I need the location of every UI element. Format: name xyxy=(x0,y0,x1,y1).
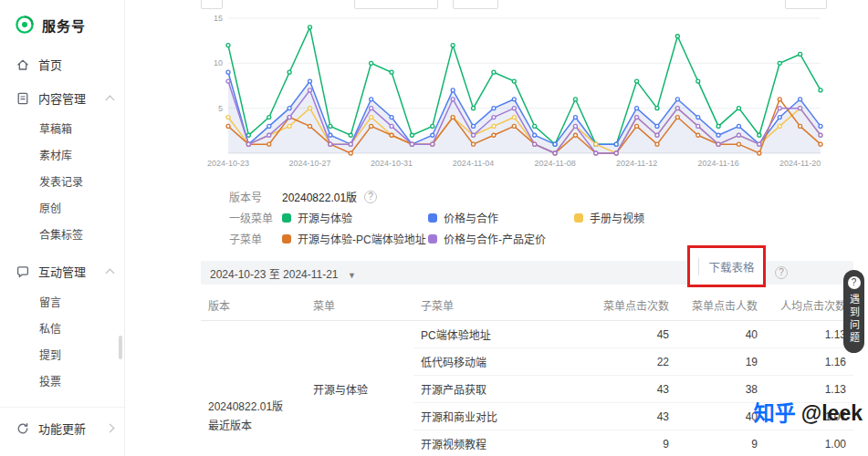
menu-cell: 开源与体验 xyxy=(306,321,413,456)
legend-rows: 一级菜单开源与体验价格与合作手册与视频子菜单开源与体验-PC端体验地址价格与合作… xyxy=(229,207,853,249)
legend-item[interactable]: 手册与视频 xyxy=(574,210,720,225)
legend-item-label: 手册与视频 xyxy=(590,210,644,225)
submenu-cell: 开源产品获取 xyxy=(413,376,587,403)
svg-text:2024-11-20: 2024-11-20 xyxy=(779,159,821,168)
sidebar-subitem-messages[interactable]: 私信 xyxy=(0,315,124,341)
svg-text:2024-11-08: 2024-11-08 xyxy=(534,159,575,168)
legend-swatch-icon xyxy=(428,234,437,244)
sidebar-sublist-interaction: 留言 私信 提到 投票 xyxy=(0,288,124,394)
svg-text:10: 10 xyxy=(214,58,223,67)
sidebar-subitem-drafts[interactable]: 草稿箱 xyxy=(0,115,124,141)
sidebar-item-notification-center[interactable]: 通知中心 xyxy=(0,445,124,456)
svg-text:5: 5 xyxy=(218,104,223,113)
sidebar-item-home[interactable]: 首页 xyxy=(0,47,124,81)
legend-swatch-icon xyxy=(574,213,583,223)
sidebar-subitem-comments[interactable]: 留言 xyxy=(0,288,124,315)
value-cell: 43 xyxy=(587,403,676,430)
value-cell: 19 xyxy=(676,348,765,376)
sidebar: 服务号 首页 内容管理 草稿箱 素材库 发表记录 原创 合集标签 互动管理 留言… xyxy=(0,0,125,456)
legend-item[interactable]: 价格与合作 xyxy=(428,210,574,225)
submenu-cell: PC端体验地址 xyxy=(413,321,587,348)
toolbar-cutoff xyxy=(201,0,853,11)
sidebar-subitem-votes[interactable]: 投票 xyxy=(0,368,124,394)
value-cell: 43 xyxy=(587,376,676,403)
chevron-up-icon xyxy=(106,268,115,277)
help-icon[interactable]: ? xyxy=(775,266,788,279)
legend-item[interactable]: 开源与体验-PC端体验地址 xyxy=(282,231,428,246)
download-table-button[interactable]: 下载表格 xyxy=(698,258,754,275)
legend-swatch-icon xyxy=(282,234,291,244)
legend-item-label: 开源与体验-PC端体验地址 xyxy=(298,231,426,246)
sidebar-scrollbar-thumb[interactable] xyxy=(119,336,122,359)
service-account-logo-icon xyxy=(15,15,35,35)
value-cell: 1.16 xyxy=(765,348,853,376)
sidebar-group-label: 互动管理 xyxy=(38,263,86,280)
legend-item[interactable]: 价格与合作-产品定价 xyxy=(428,231,574,246)
date-range-value: 2024-10-23 至 2024-11-21 xyxy=(210,268,339,281)
version-label: 版本号 xyxy=(229,189,282,204)
sidebar-item-feature-updates[interactable]: 功能更新 xyxy=(0,411,124,445)
feedback-widget[interactable]: ? 遇到问题 xyxy=(843,270,864,353)
legend-item[interactable]: 开源与体验 xyxy=(282,210,428,225)
submenu-cell: 开源和商业对比 xyxy=(413,403,587,430)
legend-swatch-icon xyxy=(282,213,291,223)
sidebar-subitem-collection-tags[interactable]: 合集标签 xyxy=(0,221,124,247)
home-icon xyxy=(16,57,30,72)
sidebar-subitem-materials[interactable]: 素材库 xyxy=(0,141,124,168)
sidebar-subitem-original[interactable]: 原创 xyxy=(0,194,124,221)
sidebar-group-interaction[interactable]: 互动管理 xyxy=(0,254,124,288)
version-row: 版本号 20240822.01版 ? xyxy=(229,186,853,207)
toolbar-cut-control[interactable] xyxy=(201,0,223,9)
report-table-head-row: 版本菜单子菜单菜单点击次数菜单点击人数人均点击次数 xyxy=(201,290,853,321)
svg-text:15: 15 xyxy=(214,14,223,23)
feedback-label: 遇到问题 xyxy=(847,294,862,345)
caret-down-icon: ▼ xyxy=(348,271,356,280)
chart-meta: 版本号 20240822.01版 ? 一级菜单开源与体验价格与合作手册与视频子菜… xyxy=(201,186,853,249)
sidebar-item-label: 功能更新 xyxy=(38,420,86,437)
watermark: 知乎 @leek xyxy=(754,396,863,427)
sidebar-group-content[interactable]: 内容管理 xyxy=(0,81,124,115)
value-cell: 1.13 xyxy=(765,321,853,348)
red-highlight-annotation: 下载表格 xyxy=(687,245,766,287)
sidebar-group-label: 内容管理 xyxy=(38,89,86,107)
sidebar-subitem-mentions[interactable]: 提到 xyxy=(0,341,124,368)
legend-group-label: 一级菜单 xyxy=(229,210,282,225)
report-table-body: 20240822.01版最近版本开源与体验PC端体验地址45401.13低代码移… xyxy=(201,321,853,456)
svg-text:2024-10-31: 2024-10-31 xyxy=(371,159,413,168)
brand-name: 服务号 xyxy=(42,16,86,35)
svg-text:2024-11-16: 2024-11-16 xyxy=(697,159,738,168)
help-icon[interactable]: ? xyxy=(364,191,377,203)
svg-text:2024-10-23: 2024-10-23 xyxy=(207,159,249,168)
refresh-icon xyxy=(16,421,30,436)
toolbar-cut-control[interactable] xyxy=(354,0,438,9)
toolbar-cut-control[interactable] xyxy=(785,0,827,9)
sidebar-item-label: 首页 xyxy=(38,56,62,73)
document-icon xyxy=(16,91,30,106)
toolbar-cut-control[interactable] xyxy=(453,0,498,9)
chevron-right-icon xyxy=(106,424,115,433)
filter-row: 2024-10-23 至 2024-11-21 ▼ 下载表格 ? xyxy=(201,261,853,285)
svg-text:2024-10-27: 2024-10-27 xyxy=(288,159,330,168)
column-header: 版本 xyxy=(201,290,306,321)
value-cell: 40 xyxy=(676,403,765,430)
column-header: 子菜单 xyxy=(413,290,587,321)
value-cell: 9 xyxy=(587,430,676,456)
svg-text:2024-11-04: 2024-11-04 xyxy=(453,159,494,168)
question-icon: ? xyxy=(848,276,861,289)
trend-chart: 510152024-10-232024-10-272024-10-312024-… xyxy=(201,11,826,171)
value-cell: 9 xyxy=(676,430,765,456)
sidebar-sublist-content: 草稿箱 素材库 发表记录 原创 合集标签 xyxy=(0,115,124,247)
version-note: 最近版本 xyxy=(208,417,298,435)
legend-row: 一级菜单开源与体验价格与合作手册与视频 xyxy=(229,207,853,228)
brand[interactable]: 服务号 xyxy=(0,11,124,47)
sidebar-subitem-publish-history[interactable]: 发表记录 xyxy=(0,168,124,194)
legend-item-label: 开源与体验 xyxy=(298,210,352,225)
value-cell: 38 xyxy=(676,376,765,403)
watermark-handle: @leek xyxy=(801,401,863,426)
legend-swatch-icon xyxy=(428,213,437,223)
legend-group-label: 子菜单 xyxy=(229,231,282,246)
date-range-selector[interactable]: 2024-10-23 至 2024-11-21 ▼ xyxy=(210,265,356,281)
legend-item-label: 价格与合作-产品定价 xyxy=(444,231,546,246)
submenu-cell: 低代码移动端 xyxy=(413,348,587,376)
table-row: 20240822.01版最近版本开源与体验PC端体验地址45401.13 xyxy=(201,321,853,348)
